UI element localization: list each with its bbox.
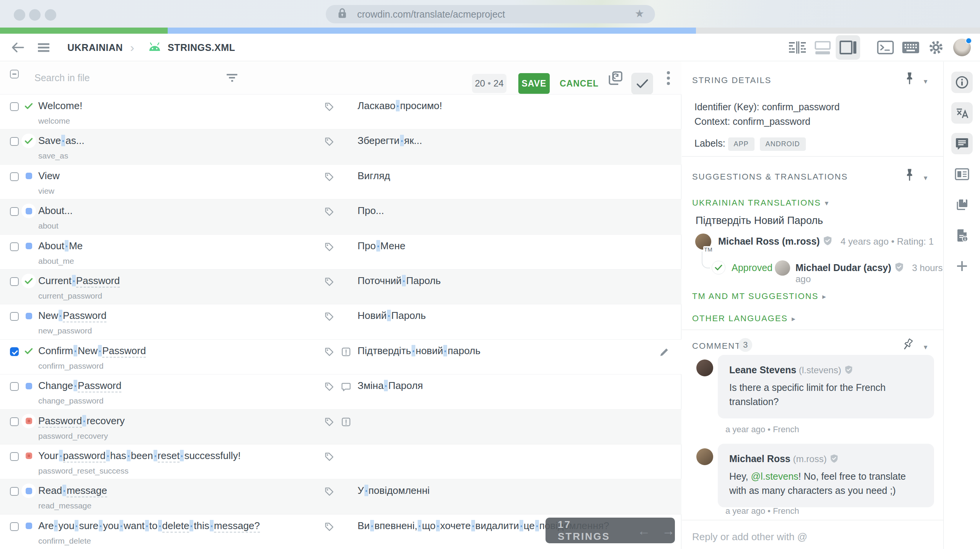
more-options-kebab-icon[interactable] [661,62,676,94]
comment-author[interactable]: Michael Ross [729,453,791,464]
collapse-comments-chevron-icon[interactable]: ▾ [924,343,928,351]
suggestion-author[interactable]: Michael Ross (m.ross) [718,236,820,247]
row-checkbox[interactable] [10,382,19,391]
edit-translation-pencil-icon[interactable] [658,346,670,359]
other-languages-link[interactable]: OTHER LANGUAGES▸ [692,314,796,324]
search-input[interactable] [34,70,195,85]
string-key: about [38,221,59,230]
user-mention[interactable]: @l.stevens [751,471,799,482]
window-close-button[interactable] [14,9,25,21]
select-all-checkbox[interactable] [10,70,19,78]
string-row[interactable]: Passwordrecovery password_recovery [0,409,681,444]
add-panel-icon[interactable] [951,255,973,277]
issue-icon[interactable] [340,346,352,359]
string-row[interactable]: AboutMe about_me ПроМене [0,234,681,269]
back-arrow-icon[interactable] [9,34,26,61]
row-checkbox[interactable] [10,452,19,461]
string-info-icon[interactable] [951,72,973,93]
bottom-panel-view-icon[interactable] [812,34,833,61]
row-checkbox[interactable] [10,417,19,426]
tag-icon [323,101,335,114]
tag-icon [323,136,335,149]
source-text: Yourpasswordhasbeenresetsuccessfully! [38,450,241,462]
right-panel-view-icon[interactable] [838,34,858,61]
collapse-suggestions-chevron-icon[interactable]: ▾ [924,173,928,182]
suggestion-meta: 4 years ago • Rating: 1 [841,236,934,247]
space-marker [98,345,102,356]
identifier-row: Identifier (Key): confirm_password [694,101,840,113]
strings-count-overlay: 17 STRINGS ← → [546,518,675,543]
row-checkbox[interactable] [10,207,19,216]
string-row[interactable]: CurrentPassword current_password Поточни… [0,269,681,304]
cancel-button[interactable]: CANCEL [560,73,596,94]
ukrainian-translations-link[interactable]: UKRAINIAN TRANSLATIONS▾ [692,198,829,208]
save-button[interactable]: SAVE [518,73,550,94]
glossary-icon[interactable] [951,194,973,216]
row-checkbox[interactable] [10,487,19,496]
next-file-arrow[interactable]: → [662,524,675,537]
source-text: Welcome! [38,100,82,112]
progress-approved-segment [0,28,168,34]
row-checkbox[interactable] [10,277,19,286]
keyboard-icon[interactable] [900,34,921,61]
address-bar[interactable]: crowdin.com/translate/acmeproject ★ [326,5,655,23]
translation-text: Про... [358,205,384,217]
string-row[interactable]: Yourpasswordhasbeenresetsuccessfully! pa… [0,444,681,479]
comment-icon[interactable] [340,381,352,394]
tag-icon [323,241,335,254]
string-row[interactable]: Welcome! welcome Ласкавопросимо! [0,94,681,129]
row-checkbox[interactable] [10,137,19,146]
comment-author[interactable]: Leane Stevens [729,364,796,375]
row-checkbox[interactable] [10,172,19,181]
collapse-details-chevron-icon[interactable]: ▾ [924,77,928,86]
reply-input[interactable] [692,528,929,545]
row-checkbox[interactable] [10,312,19,321]
string-row[interactable]: Readmessage read_message Уповідомленні [0,479,681,514]
string-row[interactable]: ChangePassword change_password ЗмінаПаро… [0,374,681,409]
space-marker [106,450,110,461]
translation-text: Ласкавопросимо! [358,100,442,112]
approve-toggle-button[interactable] [631,73,653,95]
settings-gear-icon[interactable] [926,34,946,61]
approver-name[interactable]: Michael Dudar (acsy) [795,262,891,273]
string-row[interactable]: NewPassword new_password НовийПароль [0,304,681,339]
user-avatar[interactable] [953,39,971,56]
pin-icon[interactable] [904,72,915,86]
tag-icon [323,381,335,394]
filter-icon[interactable] [223,62,241,94]
breadcrumb-language[interactable]: UKRAINIAN [67,34,123,61]
console-icon[interactable] [875,34,896,61]
side-by-side-view-icon[interactable] [787,34,808,61]
tm-mt-suggestions-link[interactable]: TM AND MT SUGGESTIONS▸ [692,291,827,301]
string-row[interactable]: View view Вигляд [0,164,681,199]
comments-bubble-icon[interactable] [951,133,973,154]
space-marker [180,450,184,461]
previous-file-arrow[interactable]: ← [637,524,650,537]
pin-icon[interactable] [904,168,915,183]
string-row[interactable]: ConfirmNewPassword confirm_password Підт… [0,339,681,374]
window-zoom-button[interactable] [45,9,56,21]
context-view-icon[interactable] [951,163,973,185]
issue-icon[interactable] [340,416,352,429]
row-checkbox[interactable] [10,242,19,251]
suggestion-text[interactable]: Підтвердіть Новий Пароль [696,215,823,227]
file-info-icon[interactable] [951,225,973,246]
breadcrumb-file[interactable]: STRINGS.XML [168,34,235,61]
space-marker [364,485,368,496]
menu-icon[interactable] [35,34,52,61]
bookmark-star-icon[interactable]: ★ [635,7,644,20]
comments-count-badge: 3 [738,338,752,352]
copy-source-icon[interactable] [605,62,626,94]
row-checkbox[interactable] [10,522,19,531]
source-text: Readmessage [38,485,107,497]
window-minimize-button[interactable] [29,9,41,21]
unpin-icon[interactable] [902,338,913,353]
comment-bubble: Michael Ross (m.ross) Hey, @l.stevens! N… [718,444,934,507]
string-row[interactable]: Saveas... save_as Зберегтияк... [0,129,681,164]
string-row[interactable]: About... about Про... [0,199,681,234]
row-checkbox[interactable] [10,347,19,356]
label-chip: APP [728,137,755,151]
source-text: Areyousureyouwanttodeletethismessage? [38,520,260,532]
translations-icon[interactable] [951,102,973,124]
row-checkbox[interactable] [10,102,19,111]
